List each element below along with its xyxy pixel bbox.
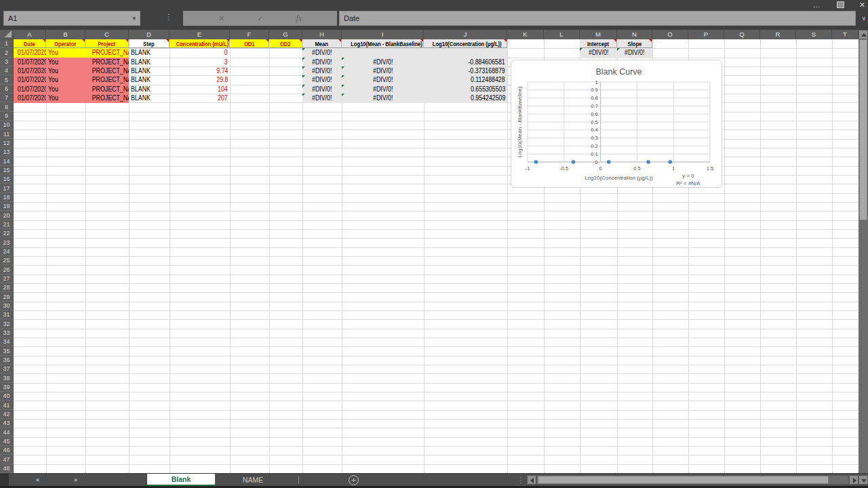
row-header-14[interactable]: 14 [0, 157, 14, 166]
select-all-corner[interactable] [0, 30, 14, 39]
row-header-9[interactable]: 9 [0, 112, 14, 121]
cell-H2[interactable]: #DIV/0! [302, 48, 342, 58]
cell-H5[interactable]: #DIV/0! [302, 75, 342, 85]
cell-B5[interactable]: You [46, 75, 85, 85]
cell-A7[interactable]: 01/07/2020 [14, 94, 46, 103]
cell-J7[interactable]: 0.954242509 [424, 94, 507, 103]
column-header-H[interactable]: H [302, 30, 342, 39]
cell-J1[interactable]: Log10(Concentration (µg/L)) [424, 39, 507, 48]
cell-B1[interactable]: Operator [46, 39, 85, 48]
cell-I1[interactable]: Log10(Mean - BlankBaseline) [342, 39, 424, 48]
worksheet-grid[interactable]: DateOperatorProjectStepConcentration (mU… [14, 39, 859, 473]
row-header-29[interactable]: 29 [0, 292, 14, 302]
row-header-38[interactable]: 38 [0, 373, 14, 383]
cell-B2[interactable]: You [46, 48, 85, 58]
cell-E5[interactable]: 29.8 [170, 75, 230, 85]
cell-J2[interactable] [424, 48, 507, 58]
cell-M1[interactable]: Intercept [580, 39, 617, 48]
chart-blank-curve[interactable]: -1-0.500.511.500.10.20.30.40.50.60.70.80… [511, 60, 722, 188]
column-header-L[interactable]: L [544, 30, 580, 39]
row-header-32[interactable]: 32 [0, 319, 14, 329]
row-header-19[interactable]: 19 [0, 202, 14, 211]
row-header-11[interactable]: 11 [0, 129, 14, 139]
cell-D7[interactable]: BLANK [129, 94, 170, 102]
cell-D3[interactable]: BLANK [129, 58, 170, 66]
column-header-I[interactable]: I [342, 30, 424, 39]
new-sheet-icon[interactable]: + [349, 475, 359, 485]
cell-H1[interactable]: Mean [302, 39, 342, 48]
column-header-E[interactable]: E [170, 30, 230, 39]
cell-F1[interactable]: OD1 [230, 39, 269, 48]
cell-C5[interactable]: PROJECT_NAME [85, 75, 129, 85]
row-header-35[interactable]: 35 [0, 346, 14, 356]
cell-C7[interactable]: PROJECT_NAME [85, 94, 129, 103]
vertical-scrollbar-thumb[interactable] [859, 39, 867, 220]
row-header-10[interactable]: 10 [0, 121, 14, 129]
cell-H6[interactable]: #DIV/0! [302, 85, 342, 94]
sheet-nav-prev-icon[interactable]: ◀ [35, 477, 39, 483]
cell-D1[interactable]: Step [129, 39, 170, 48]
cell-A2[interactable]: 01/07/2020 [14, 48, 46, 58]
row-header-34[interactable]: 34 [0, 338, 14, 346]
row-header-6[interactable]: 6 [0, 85, 14, 94]
row-header-13[interactable]: 13 [0, 148, 14, 157]
column-header-P[interactable]: P [688, 30, 724, 39]
scrollbar-grip-icon[interactable]: ⋮ [517, 476, 524, 485]
horizontal-scrollbar-thumb[interactable] [538, 476, 829, 484]
column-header-J[interactable]: J [424, 30, 507, 39]
row-header-5[interactable]: 5 [0, 75, 14, 85]
column-header-A[interactable]: A [14, 30, 46, 39]
row-header-25[interactable]: 25 [0, 256, 14, 265]
cell-J6[interactable]: 0.655305503 [424, 85, 507, 94]
row-header-24[interactable]: 24 [0, 247, 14, 256]
cell-I2[interactable] [342, 48, 424, 58]
name-box[interactable]: A1 ▾ [3, 11, 140, 26]
scroll-left-icon[interactable] [527, 475, 536, 485]
cell-C6[interactable]: PROJECT_NAME [85, 85, 129, 94]
cell-B7[interactable]: You [46, 94, 85, 103]
row-header-7[interactable]: 7 [0, 94, 14, 102]
row-header-46[interactable]: 46 [0, 446, 14, 455]
column-header-F[interactable]: F [230, 30, 269, 39]
cell-M2[interactable]: #DIV/0! [580, 48, 617, 58]
scroll-up-icon[interactable] [859, 30, 868, 39]
restore-window-icon[interactable] [837, 1, 844, 8]
name-box-dropdown-icon[interactable]: ▾ [132, 12, 136, 25]
cell-E6[interactable]: 104 [170, 85, 230, 94]
cell-D6[interactable]: BLANK [129, 85, 170, 94]
cell-A4[interactable]: 01/07/2020 [14, 66, 46, 76]
cell-J3[interactable]: -0.884606581 [424, 58, 507, 67]
cell-E1[interactable]: Concentration (mU/L) [170, 39, 230, 48]
vertical-scrollbar[interactable] [859, 30, 868, 473]
column-header-T[interactable]: T [832, 30, 859, 39]
row-header-39[interactable]: 39 [0, 383, 14, 392]
row-header-20[interactable]: 20 [0, 211, 14, 220]
cell-B3[interactable]: You [46, 58, 85, 67]
cell-E7[interactable]: 207 [170, 94, 230, 102]
cell-C4[interactable]: PROJECT_NAME [85, 66, 129, 76]
row-header-26[interactable]: 26 [0, 265, 14, 274]
cell-E4[interactable]: 9.74 [170, 66, 230, 75]
cell-D4[interactable]: BLANK [129, 66, 170, 75]
column-header-O[interactable]: O [652, 30, 688, 39]
close-icon[interactable]: ✕ [859, 1, 865, 8]
cell-H7[interactable]: #DIV/0! [302, 94, 342, 103]
cell-I5[interactable]: #DIV/0! [342, 75, 424, 85]
cell-A5[interactable]: 01/07/2020 [14, 75, 46, 85]
cell-D2[interactable]: BLANK [129, 48, 170, 58]
row-header-44[interactable]: 44 [0, 428, 14, 437]
row-header-16[interactable]: 16 [0, 175, 14, 184]
column-header-S[interactable]: S [796, 30, 832, 39]
cell-A6[interactable]: 01/07/2020 [14, 85, 46, 94]
column-header-R[interactable]: R [760, 30, 796, 39]
cell-A1[interactable]: Date [14, 39, 46, 48]
cell-E2[interactable]: 0 [170, 48, 230, 58]
row-header-31[interactable]: 31 [0, 310, 14, 319]
cell-I7[interactable]: #DIV/0! [342, 94, 424, 103]
column-header-M[interactable]: M [580, 30, 617, 39]
row-header-15[interactable]: 15 [0, 166, 14, 175]
row-header-42[interactable]: 42 [0, 410, 14, 419]
scroll-right-icon[interactable] [849, 475, 859, 485]
cell-C1[interactable]: Project [85, 39, 129, 48]
cell-N1[interactable]: Slope [617, 39, 652, 48]
